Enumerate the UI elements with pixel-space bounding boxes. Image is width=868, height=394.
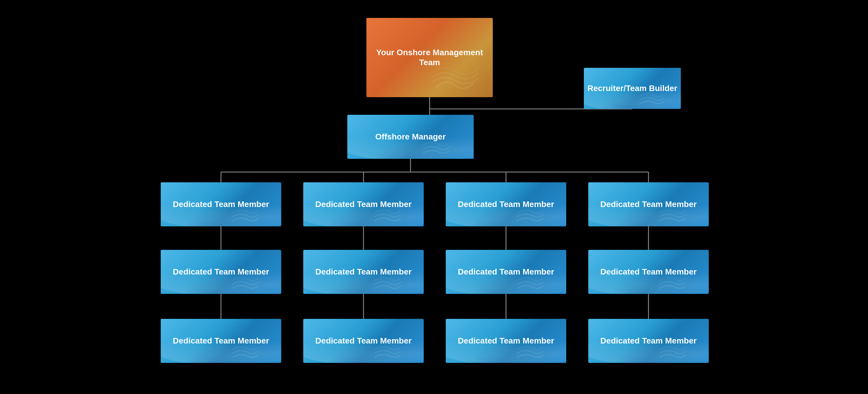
col4-row1-label: Dedicated Team Member: [597, 196, 700, 212]
col2-row3-label: Dedicated Team Member: [312, 333, 414, 349]
col3-row1-label: Dedicated Team Member: [455, 196, 557, 212]
col3-row3-label: Dedicated Team Member: [455, 333, 557, 349]
col2-row1-node: Dedicated Team Member: [303, 182, 424, 226]
col1-row3-label: Dedicated Team Member: [170, 333, 272, 349]
col2-row1-label: Dedicated Team Member: [312, 196, 414, 212]
offshore-node: Offshore Manager: [347, 115, 474, 159]
col1-row1-node: Dedicated Team Member: [161, 182, 281, 226]
col2-row2-label: Dedicated Team Member: [312, 264, 414, 280]
recruiter-node: Recruiter/Team Builder: [584, 68, 681, 109]
root-node: Your Onshore Management Team: [366, 18, 493, 97]
col3-row2-label: Dedicated Team Member: [455, 264, 557, 280]
col1-row3-node: Dedicated Team Member: [161, 319, 281, 363]
col4-row2-node: Dedicated Team Member: [588, 250, 709, 294]
col4-row2-label: Dedicated Team Member: [597, 264, 700, 280]
col2-row2-node: Dedicated Team Member: [303, 250, 424, 294]
col2-row3-node: Dedicated Team Member: [303, 319, 424, 363]
org-chart: Your Onshore Management Team Recruiter/T…: [52, 9, 816, 385]
recruiter-label: Recruiter/Team Builder: [584, 80, 680, 96]
col1-row2-node: Dedicated Team Member: [161, 250, 281, 294]
col4-row1-node: Dedicated Team Member: [588, 182, 709, 226]
col4-row3-node: Dedicated Team Member: [588, 319, 709, 363]
root-label: Your Onshore Management Team: [366, 45, 493, 70]
col3-row3-node: Dedicated Team Member: [446, 319, 566, 363]
col3-row1-node: Dedicated Team Member: [446, 182, 566, 226]
col1-row2-label: Dedicated Team Member: [170, 264, 272, 280]
col3-row2-node: Dedicated Team Member: [446, 250, 566, 294]
col4-row3-label: Dedicated Team Member: [597, 333, 700, 349]
offshore-label: Offshore Manager: [372, 129, 449, 145]
col1-row1-label: Dedicated Team Member: [170, 196, 272, 212]
